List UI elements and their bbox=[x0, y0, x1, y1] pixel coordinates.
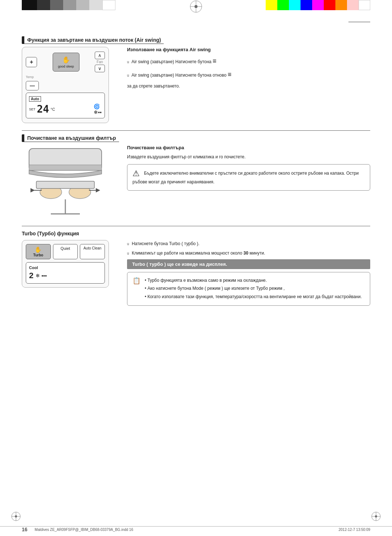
section1-subtitle: Използване на функцията Air swing bbox=[127, 47, 370, 52]
section3-content: ✋ Turbo Quiet Auto Clean Cool bbox=[22, 240, 370, 306]
remote-labels-row: Temp bbox=[26, 75, 105, 79]
note-line-3: • Когато използвате тази функция, темпер… bbox=[145, 293, 364, 300]
registration-mark-bottom-left bbox=[11, 511, 21, 521]
section2-bar bbox=[22, 134, 24, 142]
display-temp-row: SET 24 °C 🌀❄▪▪ bbox=[29, 103, 102, 115]
page-number: 16 bbox=[22, 527, 28, 532]
section1: Функция за завъртане на въздушен поток (… bbox=[22, 36, 370, 123]
bullet1: u bbox=[127, 60, 129, 64]
turbo-instruction1: u Натиснете бутона Turbo ( турбо ). bbox=[127, 240, 370, 247]
color-blocks-right bbox=[266, 0, 370, 10]
section2-title: Почистване на въздушния филтър bbox=[24, 134, 119, 142]
note-icon: 📋 bbox=[132, 277, 140, 284]
turbo-bullet2: u bbox=[127, 251, 129, 255]
section3-header: Turbo (Турбо) функция bbox=[22, 230, 370, 237]
remote-control: + ✋ good sleep ∧ Fan ∨ Temp bbox=[22, 47, 109, 123]
turbo-buttons-row: ✋ Turbo Quiet Auto Clean bbox=[26, 244, 105, 259]
warning-text: Бъдете изключително внимателни с пръстит… bbox=[132, 171, 359, 185]
good-sleep-btn[interactable]: ✋ good sleep bbox=[53, 53, 79, 72]
section1-instruction2: u Air swing (завъртане) Натиснете бутона… bbox=[127, 69, 370, 80]
section2: Почистване на въздушния филтър bbox=[22, 134, 370, 219]
turbo-highlight: Turbo ( турбо ) ще се изведе на дисплея. bbox=[127, 259, 370, 269]
section1-extra: за да спрете завъртането. bbox=[127, 83, 370, 90]
airswing-icon2: ≡ bbox=[228, 71, 232, 78]
footer-filename: Maldives ZE_AR09FSFP@_IBIM_DB68-03379A_B… bbox=[35, 528, 339, 532]
page-content: Функция за завъртане на въздушен поток (… bbox=[0, 15, 392, 521]
turbo-remote: ✋ Turbo Quiet Auto Clean Cool bbox=[22, 240, 109, 288]
note-box: 📋 • Турбо функцията е възможна само в ре… bbox=[127, 272, 370, 306]
section1-left: + ✋ good sleep ∧ Fan ∨ Temp bbox=[22, 47, 116, 123]
remote-minus-row: — bbox=[26, 81, 105, 90]
divider1 bbox=[22, 130, 370, 131]
section1-content: + ✋ good sleep ∧ Fan ∨ Temp bbox=[22, 47, 370, 123]
section1-header: Функция за завъртане на въздушен поток (… bbox=[22, 36, 370, 44]
top-color-bar bbox=[0, 0, 392, 10]
section3-title: Turbo (Турбо) функция bbox=[22, 230, 79, 237]
footer-date: 2012-12-7 13:50:09 bbox=[339, 528, 370, 532]
turbo-bullet1: u bbox=[127, 242, 129, 246]
section1-title: Функция за завъртане на въздушен поток (… bbox=[24, 36, 164, 44]
registration-mark-top bbox=[189, 0, 203, 13]
section2-left bbox=[22, 145, 116, 219]
svg-rect-5 bbox=[29, 165, 102, 170]
fan-arrows[interactable]: ∧ Fan ∨ bbox=[95, 52, 105, 72]
note-line-2: • Ако натиснете бутона Mode ( режим ) ще… bbox=[145, 285, 364, 292]
airswing-icon1: ≡ bbox=[213, 57, 217, 65]
section2-right: Почистване на филтъра Извадете въздушния… bbox=[127, 145, 370, 219]
section2-content: Почистване на филтъра Извадете въздушния… bbox=[22, 145, 370, 219]
color-blocks-left bbox=[22, 0, 115, 10]
section2-subtitle: Почистване на филтъра bbox=[127, 145, 370, 150]
section2-instruction: Извадете въздушния филтър от климатика и… bbox=[127, 153, 370, 161]
divider2 bbox=[22, 226, 370, 226]
bullet2: u bbox=[127, 73, 129, 77]
temp-minus-btn[interactable]: — bbox=[26, 81, 39, 90]
section2-header: Почистване на въздушния филтър bbox=[22, 134, 370, 142]
note-content: • Турбо функцията е възможна само в режи… bbox=[145, 277, 364, 301]
section3-left: ✋ Turbo Quiet Auto Clean Cool bbox=[22, 240, 116, 306]
turbo-temp-row: 2 ❄ ▪▪▪ bbox=[29, 271, 102, 280]
section3: Turbo (Турбо) функция ✋ Turbo Quiet bbox=[22, 230, 370, 306]
turbo-instruction2: u Климатикът ще работи на максимална мощ… bbox=[127, 249, 370, 257]
turbo-display: Cool 2 ❄ ▪▪▪ bbox=[26, 262, 105, 284]
ac-unit-illustration bbox=[22, 145, 109, 218]
turbo-btn[interactable]: ✋ Turbo bbox=[26, 244, 51, 259]
remote-display: Auto SET 24 °C 🌀❄▪▪ bbox=[26, 93, 105, 118]
svg-rect-8 bbox=[36, 181, 94, 188]
section1-instruction1: u Air swing (завъртане) Натиснете бутона… bbox=[127, 56, 370, 66]
temp-plus-btn[interactable]: + bbox=[26, 57, 37, 67]
warning-box: ⚠ Бъдете изключително внимателни с пръст… bbox=[127, 164, 370, 190]
section1-right: Използване на функцията Air swing u Air … bbox=[127, 47, 370, 123]
warning-icon: ⚠ bbox=[132, 169, 140, 178]
footer: 16 Maldives ZE_AR09FSFP@_IBIM_DB68-03379… bbox=[0, 526, 392, 532]
registration-mark-bottom-right bbox=[371, 511, 381, 521]
section1-bar bbox=[22, 36, 24, 44]
remote-top-row: + ✋ good sleep ∧ Fan ∨ bbox=[26, 52, 105, 72]
section3-right: u Натиснете бутона Turbo ( турбо ). u Кл… bbox=[127, 240, 370, 306]
auto-clean-btn[interactable]: Auto Clean bbox=[80, 244, 105, 259]
note-line-1: • Турбо функцията е възможна само в режи… bbox=[145, 277, 364, 284]
quiet-btn[interactable]: Quiet bbox=[53, 244, 78, 259]
